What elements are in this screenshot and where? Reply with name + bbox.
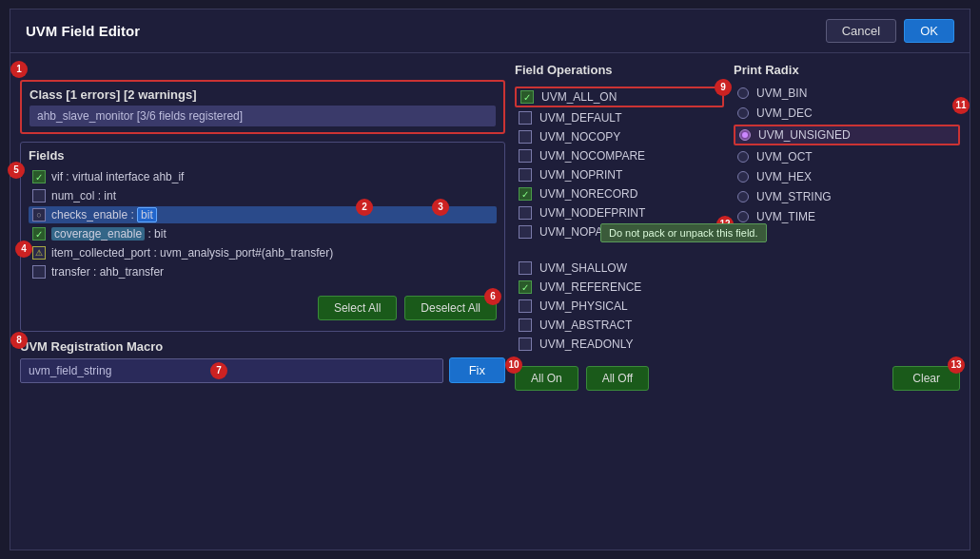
select-all-row: 6 Select All Deselect All xyxy=(29,296,497,320)
coverage-highlight: coverage_enable xyxy=(51,227,145,241)
radio-unsigned[interactable] xyxy=(739,129,751,141)
cancel-button[interactable]: Cancel xyxy=(826,19,896,43)
op-label-nocopy: UVM_NOCOPY xyxy=(539,130,620,144)
select-all-button[interactable]: Select All xyxy=(318,296,397,320)
ops-list: 9 UVM_ALL_ON UVM_DEFAULT UVM_NOCOPY UVM_… xyxy=(515,87,724,353)
radio-time[interactable] xyxy=(737,211,749,222)
checkbox-checks[interactable] xyxy=(32,208,46,222)
annotation-1: 1 xyxy=(10,61,28,78)
op-item-nocompare: UVM_NOCOMPARE xyxy=(515,147,724,164)
uvm-field-editor-dialog: UVM Field Editor Cancel OK 1 Class [1 er… xyxy=(10,9,970,550)
radix-label-string: UVM_STRING xyxy=(756,190,832,203)
annotation-7: 7 xyxy=(210,362,227,379)
radio-oct[interactable] xyxy=(737,151,749,163)
op-item-nodefprint: UVM_NODEFPRINT xyxy=(515,204,724,222)
op-checkbox-reference[interactable] xyxy=(519,280,532,294)
all-row: 10 All On All Off xyxy=(515,366,724,391)
class-value: ahb_slave_monitor [3/6 fields registered… xyxy=(29,106,496,126)
op-label-all-on: UVM_ALL_ON xyxy=(541,90,617,104)
op-item-default: UVM_DEFAULT xyxy=(515,109,724,126)
op-label-nodefprint: UVM_NODEFPRINT xyxy=(539,206,645,220)
op-label-default: UVM_DEFAULT xyxy=(539,111,621,125)
annotation-2: 2 xyxy=(356,199,373,216)
op-label-norecord: UVM_NORECORD xyxy=(539,187,637,201)
field-text-coverage: coverage_enable : bit xyxy=(51,227,167,241)
radix-label-hex: UVM_HEX xyxy=(756,170,812,183)
macro-row: Fix xyxy=(20,357,505,383)
checks-highlight: bit xyxy=(137,207,157,222)
macro-input[interactable] xyxy=(20,358,443,383)
annotation-10: 10 xyxy=(505,357,522,374)
left-panel: 1 Class [1 errors] [2 warnings] ahb_slav… xyxy=(20,63,505,391)
op-checkbox-shallow[interactable] xyxy=(519,261,532,275)
op-checkbox-physical[interactable] xyxy=(519,299,532,313)
right-panel: Print Radix UVM_BIN UVM_DEC 11 UVM_UNSIG… xyxy=(734,63,960,391)
radix-label-dec: UVM_DEC xyxy=(756,106,813,120)
field-item-checks: checks_enable : bit 2 3 xyxy=(29,206,497,223)
annotation-8: 8 xyxy=(10,332,28,349)
radix-item-time: UVM_TIME xyxy=(734,208,960,225)
op-checkbox-abstract[interactable] xyxy=(519,318,532,332)
op-checkbox-nopack[interactable] xyxy=(519,225,532,239)
radix-label-time: UVM_TIME xyxy=(756,210,815,223)
op-item-reference: UVM_REFERENCE xyxy=(515,279,724,296)
radix-item-unsigned: UVM_UNSIGNED xyxy=(734,125,960,145)
deselect-all-button[interactable]: Deselect All xyxy=(404,296,497,320)
op-checkbox-default[interactable] xyxy=(519,111,532,125)
field-item-transfer: transfer : ahb_transfer xyxy=(29,263,497,280)
field-list: vif : virtual interface ahb_if num_col :… xyxy=(29,168,497,280)
op-item-shallow: UVM_SHALLOW xyxy=(515,260,724,277)
all-on-button[interactable]: All On xyxy=(515,366,578,391)
checkbox-numcol[interactable] xyxy=(32,189,46,202)
radio-bin[interactable] xyxy=(737,87,749,99)
op-checkbox-all-on[interactable] xyxy=(520,90,534,104)
annotation-13: 13 xyxy=(948,357,965,374)
radio-hex[interactable] xyxy=(737,171,749,183)
checkbox-port[interactable] xyxy=(32,246,46,260)
op-label-noprint: UVM_NOPRINT xyxy=(539,168,622,182)
checkbox-transfer[interactable] xyxy=(32,265,46,279)
fix-button[interactable]: Fix xyxy=(449,357,505,383)
op-item-noprint: UVM_NOPRINT xyxy=(515,166,724,183)
op-checkbox-nocompare[interactable] xyxy=(519,149,532,163)
all-off-button[interactable]: All Off xyxy=(586,366,649,391)
title-buttons: Cancel OK xyxy=(826,19,954,43)
op-item-abstract: UVM_ABSTRACT xyxy=(515,317,724,334)
radix-label-oct: UVM_OCT xyxy=(756,150,813,164)
op-label-readonly: UVM_READONLY xyxy=(539,337,633,351)
field-text-numcol: num_col : int xyxy=(51,189,116,202)
field-text-port: item_collected_port : uvm_analysis_port#… xyxy=(51,246,333,260)
field-item-vif: vif : virtual interface ahb_if xyxy=(29,168,497,185)
checkbox-vif[interactable] xyxy=(32,170,46,183)
field-text-checks: checks_enable : bit xyxy=(51,208,157,222)
op-item-physical: UVM_PHYSICAL xyxy=(515,298,724,315)
op-checkbox-nodefprint[interactable] xyxy=(519,206,532,220)
dialog-title: UVM Field Editor xyxy=(26,23,140,39)
op-label-shallow: UVM_SHALLOW xyxy=(539,261,627,275)
op-item-readonly: UVM_READONLY xyxy=(515,336,724,353)
annotation-3: 3 xyxy=(432,199,449,216)
op-checkbox-readonly[interactable] xyxy=(519,337,532,351)
op-item-all-on: 9 UVM_ALL_ON xyxy=(515,87,724,107)
field-text-transfer: transfer : ahb_transfer xyxy=(51,265,164,279)
clear-row: 13 Clear xyxy=(734,366,960,391)
fields-title: Fields xyxy=(29,148,497,163)
op-label-abstract: UVM_ABSTRACT xyxy=(539,318,632,332)
dialog-content: 1 Class [1 errors] [2 warnings] ahb_slav… xyxy=(10,53,970,400)
field-text-vif: vif : virtual interface ahb_if xyxy=(51,170,184,183)
annotation-6: 6 xyxy=(484,288,501,305)
radio-dec[interactable] xyxy=(737,107,749,119)
op-checkbox-norecord[interactable] xyxy=(519,187,532,201)
field-item-coverage: coverage_enable : bit xyxy=(29,225,497,242)
op-item-nopack: UVM_NOPACK Do not pack or unpack this fi… xyxy=(515,223,724,241)
radio-string[interactable] xyxy=(737,191,749,202)
field-item-numcol: num_col : int xyxy=(29,187,497,204)
op-checkbox-nocopy[interactable] xyxy=(519,130,532,144)
op-checkbox-noprint[interactable] xyxy=(519,168,532,182)
ok-button[interactable]: OK xyxy=(904,19,954,43)
field-item-port: 4 item_collected_port : uvm_analysis_por… xyxy=(29,244,497,261)
radix-label-unsigned: UVM_UNSIGNED xyxy=(758,128,851,142)
checkbox-coverage[interactable] xyxy=(32,227,46,241)
radix-item-bin: UVM_BIN xyxy=(734,85,960,102)
print-radix-title: Print Radix xyxy=(734,63,960,77)
